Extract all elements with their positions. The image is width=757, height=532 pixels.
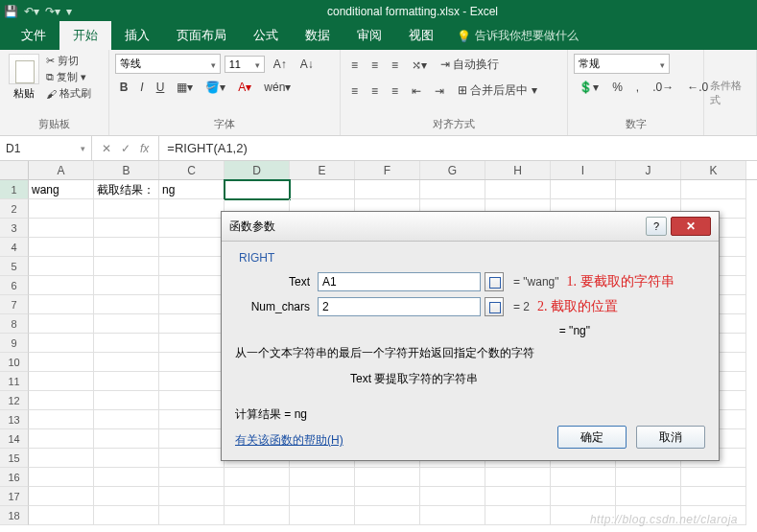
cell[interactable] xyxy=(159,238,225,257)
cell[interactable] xyxy=(225,468,290,487)
dialog-help-button[interactable]: ? xyxy=(646,217,667,236)
cell[interactable] xyxy=(420,468,485,487)
inc-decimal-button[interactable]: .0→ xyxy=(648,78,678,97)
italic-button[interactable]: I xyxy=(135,78,148,97)
font-size-combo[interactable]: 11 xyxy=(225,56,265,73)
grow-font-button[interactable]: A↑ xyxy=(269,55,292,74)
fill-color-button[interactable]: 🪣▾ xyxy=(201,78,230,97)
cell[interactable]: wang xyxy=(29,180,94,199)
row-header[interactable]: 8 xyxy=(0,314,29,334)
cell[interactable] xyxy=(94,506,159,525)
align-left-button[interactable]: ≡ xyxy=(346,81,363,101)
cell[interactable] xyxy=(616,468,681,487)
cell[interactable] xyxy=(551,468,616,487)
currency-button[interactable]: 💲▾ xyxy=(574,78,603,97)
border-button[interactable]: ▦▾ xyxy=(172,78,198,97)
cell[interactable] xyxy=(94,276,159,295)
cell[interactable] xyxy=(681,468,746,487)
align-middle-button[interactable]: ≡ xyxy=(367,56,383,75)
select-all-corner[interactable] xyxy=(0,161,29,179)
cell[interactable] xyxy=(290,180,355,199)
cell[interactable] xyxy=(485,180,551,199)
cell[interactable]: 截取结果： xyxy=(94,180,159,199)
cell[interactable] xyxy=(29,429,94,449)
cell[interactable] xyxy=(94,468,159,487)
cell[interactable] xyxy=(485,506,551,525)
cancel-formula-icon[interactable]: ✕ xyxy=(102,142,111,155)
cell[interactable] xyxy=(551,487,616,506)
cell[interactable] xyxy=(159,468,225,487)
row-header[interactable]: 12 xyxy=(0,391,29,410)
redo-icon[interactable]: ↷▾ xyxy=(45,5,60,18)
cell[interactable] xyxy=(290,487,355,506)
dialog-titlebar[interactable]: 函数参数 ? ✕ xyxy=(222,212,719,242)
cell[interactable] xyxy=(29,199,94,219)
align-right-button[interactable]: ≡ xyxy=(387,81,403,101)
cell[interactable] xyxy=(94,391,159,410)
cell[interactable] xyxy=(94,429,159,449)
cell[interactable] xyxy=(29,410,94,429)
cell[interactable] xyxy=(29,372,94,391)
cell[interactable] xyxy=(355,487,420,506)
cell[interactable] xyxy=(29,334,94,353)
cell[interactable] xyxy=(551,180,616,199)
cell[interactable] xyxy=(420,487,485,506)
column-header[interactable]: B xyxy=(94,161,159,179)
column-header[interactable]: C xyxy=(159,161,225,179)
cell[interactable] xyxy=(94,199,159,219)
cell[interactable] xyxy=(355,468,420,487)
cell[interactable] xyxy=(94,257,159,276)
underline-button[interactable]: U xyxy=(152,78,170,97)
row-header[interactable]: 3 xyxy=(0,219,29,238)
undo-icon[interactable]: ↶▾ xyxy=(24,5,39,18)
tab-data[interactable]: 数据 xyxy=(292,21,343,50)
cell[interactable] xyxy=(94,487,159,506)
row-header[interactable]: 6 xyxy=(0,276,29,295)
cell[interactable]: ng xyxy=(159,180,225,199)
cell[interactable] xyxy=(94,410,159,429)
row-header[interactable]: 14 xyxy=(0,429,29,449)
tab-home[interactable]: 开始 xyxy=(59,21,111,50)
column-header[interactable]: E xyxy=(290,161,355,179)
cell[interactable] xyxy=(355,180,420,199)
tab-layout[interactable]: 页面布局 xyxy=(163,21,240,50)
cell[interactable] xyxy=(159,295,225,314)
tell-me[interactable]: 💡告诉我你想要做什么 xyxy=(447,22,588,50)
cell[interactable] xyxy=(225,487,290,506)
group-styles[interactable]: 条件格式 xyxy=(704,50,757,135)
cell[interactable] xyxy=(159,199,225,219)
row-header[interactable]: 17 xyxy=(0,487,29,506)
collapse-dialog-icon[interactable] xyxy=(485,297,504,316)
cell[interactable] xyxy=(616,487,681,506)
cell[interactable] xyxy=(29,238,94,257)
formula-input[interactable]: =RIGHT(A1,2) xyxy=(159,136,757,160)
column-header[interactable]: F xyxy=(355,161,420,179)
row-header[interactable]: 10 xyxy=(0,353,29,372)
fx-icon[interactable]: fx xyxy=(140,142,149,155)
row-header[interactable]: 13 xyxy=(0,410,29,429)
row-header[interactable]: 15 xyxy=(0,449,29,468)
cell[interactable] xyxy=(420,180,485,199)
cell[interactable] xyxy=(159,372,225,391)
column-header[interactable]: J xyxy=(616,161,681,179)
number-format-combo[interactable]: 常规 xyxy=(574,54,670,74)
cell[interactable] xyxy=(94,334,159,353)
cell[interactable] xyxy=(290,506,355,525)
cell[interactable] xyxy=(681,180,746,199)
wrap-text-button[interactable]: ⇥ 自动换行 xyxy=(436,54,504,76)
cell[interactable] xyxy=(159,314,225,334)
cell[interactable] xyxy=(485,487,551,506)
column-header[interactable]: I xyxy=(551,161,616,179)
cell[interactable] xyxy=(616,180,681,199)
font-color-button[interactable]: A▾ xyxy=(233,78,256,97)
indent-inc-button[interactable]: ⇥ xyxy=(430,81,449,101)
column-header[interactable]: D xyxy=(225,161,290,179)
cell[interactable] xyxy=(94,372,159,391)
cell[interactable] xyxy=(159,219,225,238)
cell[interactable] xyxy=(159,334,225,353)
row-header[interactable]: 4 xyxy=(0,238,29,257)
cell[interactable] xyxy=(159,429,225,449)
cell[interactable] xyxy=(29,449,94,468)
cell[interactable] xyxy=(29,295,94,314)
cell[interactable] xyxy=(159,487,225,506)
